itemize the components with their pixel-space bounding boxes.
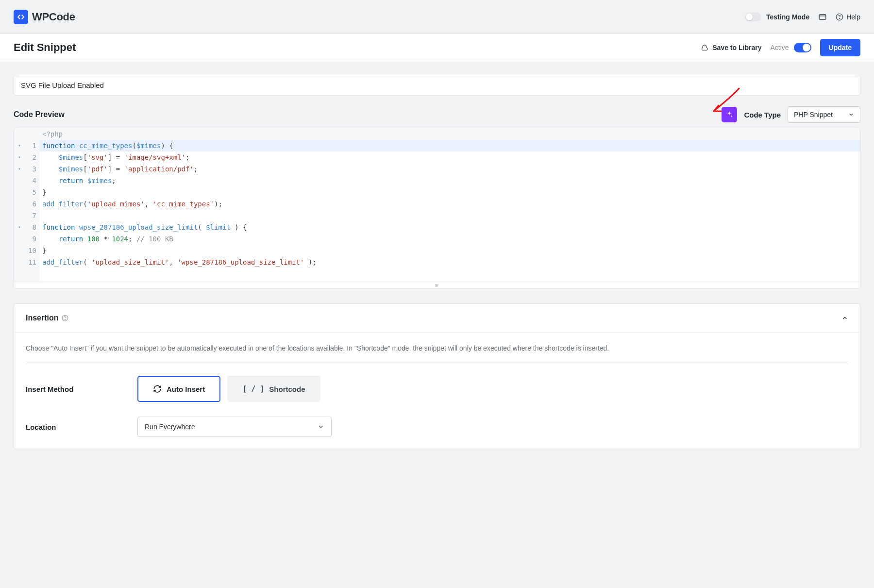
code-line[interactable]: return 100 * 1024; // 100 KB: [39, 233, 860, 245]
code-type-label: Code Type: [744, 111, 781, 119]
notifications-icon[interactable]: [818, 13, 827, 21]
location-label: Location: [26, 423, 137, 431]
testing-mode-label: Testing Mode: [766, 13, 809, 21]
code-line[interactable]: add_filter( 'upload_size_limit', 'wpse_2…: [39, 256, 860, 268]
snippet-title-input[interactable]: [14, 75, 860, 96]
testing-mode-toggle[interactable]: [745, 13, 761, 21]
code-line[interactable]: add_filter('upload_mimes', 'cc_mime_type…: [39, 198, 860, 210]
insertion-panel-header[interactable]: Insertion: [14, 304, 860, 333]
code-editor[interactable]: ▾▾▾▾ 1234567891011 <?php function cc_mim…: [14, 128, 860, 289]
brand-text: WPCode: [32, 11, 75, 23]
shortcode-icon: [ / ]: [242, 385, 264, 393]
svg-point-4: [65, 319, 65, 319]
insertion-title: Insertion: [26, 314, 59, 322]
shortcode-label: Shortcode: [269, 385, 305, 393]
php-open-tag: <?php: [39, 128, 860, 140]
sparkle-icon: [725, 111, 733, 118]
code-line[interactable]: [39, 210, 860, 221]
page-title: Edit Snippet: [14, 41, 76, 54]
help-label: Help: [846, 13, 860, 21]
code-line[interactable]: }: [39, 186, 860, 198]
brand[interactable]: WPCode: [14, 10, 75, 24]
ai-generate-button[interactable]: [722, 107, 737, 122]
code-line[interactable]: $mimes['svg'] = 'image/svg+xml';: [39, 151, 860, 163]
chevron-up-icon: [841, 315, 848, 321]
code-line[interactable]: $mimes['pdf'] = 'application/pdf';: [39, 163, 860, 175]
svg-point-2: [840, 18, 840, 18]
shortcode-button[interactable]: [ / ] Shortcode: [227, 376, 320, 402]
save-to-library-label: Save to Library: [712, 44, 761, 51]
code-type-value: PHP Snippet: [794, 111, 833, 118]
auto-insert-button[interactable]: Auto Insert: [137, 376, 220, 402]
chevron-down-icon: [848, 112, 854, 118]
brand-logo-icon: [14, 10, 28, 24]
active-label: Active: [770, 44, 789, 51]
refresh-icon: [153, 385, 162, 393]
code-preview-label: Code Preview: [14, 110, 65, 119]
active-toggle[interactable]: [794, 43, 811, 52]
code-type-select[interactable]: PHP Snippet: [788, 106, 860, 123]
code-line[interactable]: function cc_mime_types($mimes) {: [39, 140, 860, 151]
location-value: Run Everywhere: [145, 423, 195, 431]
update-button[interactable]: Update: [820, 39, 860, 56]
code-line[interactable]: }: [39, 245, 860, 256]
svg-rect-0: [819, 14, 826, 19]
auto-insert-label: Auto Insert: [167, 385, 205, 393]
insertion-description: Choose "Auto Insert" if you want the sni…: [26, 344, 848, 364]
code-line[interactable]: return $mimes;: [39, 175, 860, 186]
chevron-down-icon: [318, 423, 324, 430]
editor-resize-handle[interactable]: ≡: [14, 282, 860, 288]
info-icon: [62, 315, 68, 321]
location-select[interactable]: Run Everywhere: [137, 417, 332, 437]
insert-method-label: Insert Method: [26, 385, 137, 393]
save-to-library-button[interactable]: Save to Library: [701, 44, 761, 51]
help-link[interactable]: Help: [836, 13, 860, 21]
code-line[interactable]: function wpse_287186_upload_size_limit( …: [39, 221, 860, 233]
